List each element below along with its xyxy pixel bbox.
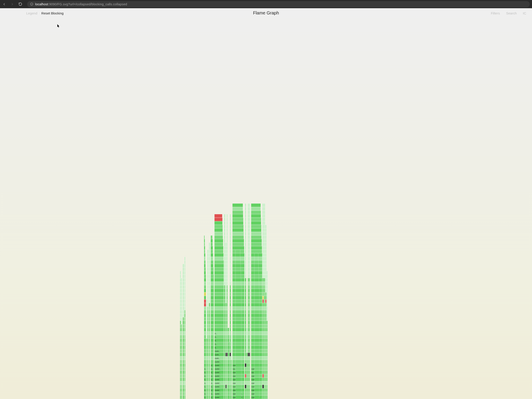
flame-frame[interactable] [224,289,225,292]
flame-frame[interactable] [226,331,227,335]
flame-frame[interactable] [184,335,185,339]
flame-frame[interactable] [224,328,225,331]
flame-frame[interactable] [209,243,210,246]
flame-frame[interactable] [245,385,246,388]
flame-frame[interactable] [245,232,246,235]
flame-frame[interactable] [226,349,227,353]
flame-frame[interactable] [184,321,185,324]
flame-frame[interactable] [183,271,184,275]
flame-frame[interactable] [247,378,247,381]
flame-frame[interactable] [227,243,228,246]
flame-frame[interactable] [249,243,250,246]
flame-frame[interactable] [248,250,249,253]
flame-frame[interactable] [209,250,210,253]
flame-frame[interactable] [245,211,246,214]
flame-frame[interactable] [209,264,210,267]
flame-frame[interactable] [228,335,229,339]
flame-frame[interactable] [211,392,214,395]
flame-frame[interactable] [251,232,262,235]
flame-frame[interactable] [249,225,250,228]
flame-frame[interactable] [245,335,246,339]
flame-frame[interactable] [265,363,266,367]
flame-frame[interactable] [264,285,265,289]
flame-frame[interactable] [265,246,266,250]
flame-frame[interactable] [183,278,184,282]
flame-frame[interactable] [227,267,228,271]
flame-frame[interactable] [181,314,182,317]
flame-frame[interactable] [227,246,228,250]
flame-frame[interactable] [227,385,228,388]
flame-frame[interactable] [211,278,214,282]
flame-frame[interactable] [248,367,249,371]
flame-frame[interactable] [248,339,249,342]
flame-frame[interactable] [230,214,231,218]
flame-frame[interactable] [211,260,213,264]
flame-frame[interactable] [232,239,244,243]
flame-frame[interactable] [249,346,250,349]
flame-frame[interactable] [262,207,264,211]
flame-frame[interactable] [230,289,231,292]
flame-frame[interactable] [211,275,214,278]
flame-frame[interactable] [230,388,231,392]
flame-frame[interactable] [248,221,249,225]
flame-frame[interactable] [248,363,249,367]
flame-frame[interactable] [251,239,262,243]
flame-frame[interactable] [245,310,246,314]
flame-frame[interactable] [181,346,182,349]
flame-frame[interactable] [267,307,267,310]
flame-frame[interactable] [211,253,213,257]
flame-frame[interactable] [262,292,264,296]
flame-frame[interactable] [245,285,246,289]
flame-frame[interactable] [204,371,206,374]
flame-frame[interactable] [206,353,207,356]
flame-frame[interactable] [209,253,210,257]
flame-frame[interactable] [206,374,207,378]
flame-frame[interactable] [207,349,209,353]
flame-frame[interactable] [267,342,267,346]
flame-frame[interactable] [206,360,207,363]
flame-frame[interactable] [235,282,241,285]
flame-frame[interactable] [262,246,264,250]
flame-frame[interactable] [184,349,185,353]
flame-frame[interactable] [204,292,206,296]
flame-frame[interactable] [230,314,231,317]
flame-frame[interactable] [180,367,181,371]
flame-frame[interactable] [183,367,184,371]
flame-frame[interactable] [227,253,228,257]
flame-frame[interactable] [184,378,185,381]
flame-frame[interactable] [265,275,266,278]
flame-frame[interactable] [211,353,214,356]
flame-frame[interactable] [183,282,184,285]
flame-frame[interactable] [227,271,228,275]
flame-frame[interactable] [224,395,225,399]
flame-frame[interactable] [235,346,241,349]
flame-frame[interactable] [249,381,250,385]
flame-frame[interactable] [211,342,214,346]
flame-frame[interactable] [211,303,214,307]
flame-frame[interactable] [248,292,249,296]
flame-frame[interactable] [265,321,266,324]
flame-frame[interactable] [183,392,184,395]
flame-frame[interactable] [183,342,184,346]
flame-frame[interactable] [265,360,266,363]
flame-frame[interactable] [224,378,225,381]
flame-frame[interactable] [245,349,246,353]
flame-frame[interactable] [207,339,209,342]
flame-frame[interactable] [265,385,266,388]
flame-frame[interactable] [265,250,266,253]
flame-frame[interactable] [230,353,231,356]
flame-frame[interactable] [245,388,246,392]
flame-frame[interactable] [267,353,267,356]
flame-frame[interactable] [235,292,241,296]
flame-frame[interactable] [264,381,265,385]
flame-frame[interactable] [209,257,210,260]
flame-frame[interactable] [264,363,265,367]
flame-frame[interactable] [254,339,259,342]
flame-frame[interactable] [181,299,182,303]
flame-frame[interactable] [226,253,227,257]
flame-frame[interactable] [226,289,227,292]
flame-frame[interactable] [206,349,207,353]
flame-frame[interactable] [207,374,209,378]
flame-frame[interactable] [245,243,246,246]
flame-frame[interactable] [224,349,225,353]
